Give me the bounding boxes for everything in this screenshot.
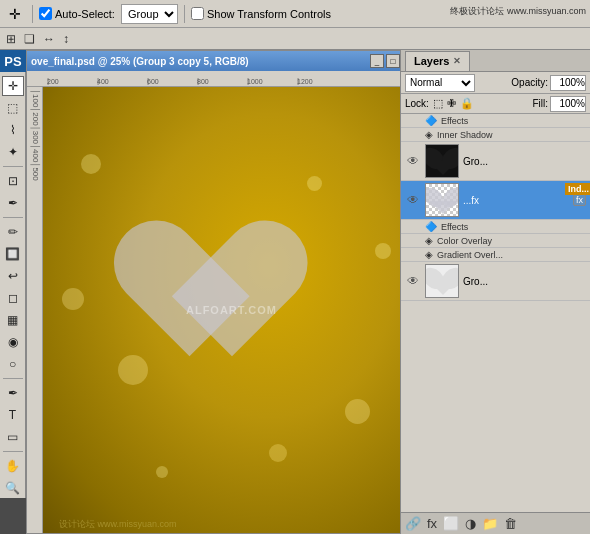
heart-canvas: ALFOART.COM 设计论坛 www.missyuan.com [43, 87, 420, 533]
new-group-icon[interactable]: 📁 [482, 516, 498, 531]
gradient-overlay-icon: ◈ [425, 249, 433, 260]
bokeh-7 [62, 288, 84, 310]
pen-tool[interactable]: ✒ [2, 383, 24, 403]
layers-tab[interactable]: Layers ✕ [405, 51, 470, 71]
auto-select-label: Auto-Select: [39, 7, 115, 20]
layers-list[interactable]: 🔷 Effects ◈ Inner Shadow 👁 [401, 114, 590, 512]
lasso-tool[interactable]: ⌇ [2, 120, 24, 140]
dodge-tool[interactable]: ○ [2, 354, 24, 374]
inline-tag: Ind... [565, 183, 590, 195]
shape-tool[interactable]: ▭ [2, 427, 24, 447]
layer-thumb-dark [425, 144, 459, 178]
add-adjustment-icon[interactable]: ◑ [465, 516, 476, 531]
magic-wand-tool[interactable]: ✦ [2, 142, 24, 162]
color-overlay-item[interactable]: ◈ Color Overlay [401, 234, 590, 248]
brush-tool[interactable]: ✏ [2, 222, 24, 242]
crop-tool[interactable]: ⊡ [2, 171, 24, 191]
zoom-tool[interactable]: 🔍 [2, 478, 24, 498]
minimize-button[interactable]: _ [370, 54, 384, 68]
gradient-overlay-item[interactable]: ◈ Gradient Overl... [401, 248, 590, 262]
layers-controls: Normal Opacity: [401, 72, 590, 94]
hand-tool[interactable]: ✋ [2, 456, 24, 476]
color-overlay-icon: ◈ [425, 235, 433, 246]
lt-sep-4 [3, 451, 23, 452]
canvas-titlebar: ove_final.psd @ 25% (Group 3 copy 5, RGB… [27, 51, 420, 71]
heart-shape [147, 225, 317, 378]
lt-sep-3 [3, 378, 23, 379]
layer-row-white: 👁 Gro... [405, 264, 586, 298]
effects-header-2-text: Effects [441, 222, 468, 232]
lock-all-icon[interactable]: 🔒 [460, 97, 474, 110]
transform-checkbox[interactable] [191, 7, 204, 20]
effects-header-2-icon: 🔷 [425, 221, 437, 232]
transform-icon-2[interactable]: ❑ [22, 32, 37, 46]
layer-item-dark-heart[interactable]: 👁 Gro... [401, 142, 590, 181]
gradient-tool[interactable]: ▦ [2, 310, 24, 330]
layer-item-selected[interactable]: 👁 ...fx fx Ind... [401, 181, 590, 220]
ruler-mark-200: 200 [47, 78, 97, 85]
effects-header-text: Effects [441, 116, 468, 126]
opacity-input[interactable] [550, 75, 586, 91]
bokeh-1 [81, 154, 101, 174]
inner-shadow-text: Inner Shadow [437, 130, 493, 140]
eraser-tool[interactable]: ◻ [2, 288, 24, 308]
blend-mode-select[interactable]: Normal [405, 74, 475, 92]
eyedropper-tool[interactable]: ✒ [2, 193, 24, 213]
fill-label: Fill: [532, 98, 548, 109]
add-mask-icon[interactable]: ⬜ [443, 516, 459, 531]
main-area: PS ✛ ⬚ ⌇ ✦ ⊡ ✒ ✏ 🔲 ↩ ◻ ▦ ◉ ○ ✒ T ▭ ✋ 🔍 [0, 50, 590, 534]
canvas-image-area[interactable]: ALFOART.COM 设计论坛 www.missyuan.com [43, 87, 420, 533]
bokeh-5 [269, 444, 287, 462]
history-brush-tool[interactable]: ↩ [2, 266, 24, 286]
move-tool-icon[interactable]: ✛ [4, 3, 26, 25]
fill-control: Fill: [532, 96, 586, 112]
maximize-button[interactable]: □ [386, 54, 400, 68]
group-select[interactable]: Group [121, 4, 178, 24]
svg-marker-5 [429, 201, 457, 214]
ps-logo: PS [0, 50, 26, 72]
transform-label: Show Transform Controls [191, 7, 331, 20]
fill-input[interactable] [550, 96, 586, 112]
canvas-wrapper: ove_final.psd @ 25% (Group 3 copy 5, RGB… [26, 50, 590, 534]
ruler-horizontal: 200 400 600 800 1000 1200 [27, 71, 420, 87]
delete-layer-icon[interactable]: 🗑 [504, 516, 517, 531]
auto-select-checkbox[interactable] [39, 7, 52, 20]
transform-icon-3[interactable]: ↔ [41, 32, 57, 46]
blur-tool[interactable]: ◉ [2, 332, 24, 352]
layer-visibility-white[interactable]: 👁 [405, 273, 421, 289]
effects-header-icon: 🔷 [425, 115, 437, 126]
text-tool[interactable]: T [2, 405, 24, 425]
options-toolbar: ⊞ ❑ ↔ ↕ [0, 28, 590, 50]
link-layers-icon[interactable]: 🔗 [405, 516, 421, 531]
left-toolbar: ✛ ⬚ ⌇ ✦ ⊡ ✒ ✏ 🔲 ↩ ◻ ▦ ◉ ○ ✒ T ▭ ✋ 🔍 [0, 72, 26, 498]
stamp-tool[interactable]: 🔲 [2, 244, 24, 264]
move-tool[interactable]: ✛ [2, 76, 24, 96]
effects-header-1: 🔷 Effects [401, 114, 590, 128]
inner-shadow-item[interactable]: ◈ Inner Shadow [401, 128, 590, 142]
transform-icon-4[interactable]: ↕ [61, 32, 71, 46]
layers-tab-bar: Layers ✕ [401, 50, 590, 72]
layer-visibility-selected[interactable]: 👁 [405, 192, 421, 208]
transform-text: Show Transform Controls [207, 8, 331, 20]
watermark-top: 终极设计论坛 www.missyuan.com [450, 5, 586, 18]
layers-bottom-bar: 🔗 fx ⬜ ◑ 📁 🗑 [401, 512, 590, 534]
layer-name-white: Gro... [463, 276, 586, 287]
marquee-tool[interactable]: ⬚ [2, 98, 24, 118]
canvas-watermark-center: ALFOART.COM [186, 304, 277, 316]
inner-shadow-icon: ◈ [425, 129, 433, 140]
layers-tab-close-icon[interactable]: ✕ [453, 56, 461, 66]
layer-row-dark: 👁 Gro... [405, 144, 586, 178]
lock-position-icon[interactable]: ✙ [447, 97, 456, 110]
canvas-title: ove_final.psd @ 25% (Group 3 copy 5, RGB… [31, 56, 249, 67]
layer-visibility-dark[interactable]: 👁 [405, 153, 421, 169]
lock-pixels-icon[interactable]: ⬚ [433, 97, 443, 110]
ruler-mark-400: 400 [97, 78, 147, 85]
layer-item-white-heart[interactable]: 👁 Gro... [401, 262, 590, 301]
transform-icon-1[interactable]: ⊞ [4, 32, 18, 46]
layer-thumb-white [425, 264, 459, 298]
add-style-icon[interactable]: fx [427, 516, 437, 531]
opacity-control: Opacity: [511, 75, 586, 91]
layers-lock-row: Lock: ⬚ ✙ 🔒 Fill: [401, 94, 590, 114]
bokeh-8 [375, 243, 391, 259]
layer-row-selected: 👁 ...fx fx [405, 183, 586, 217]
